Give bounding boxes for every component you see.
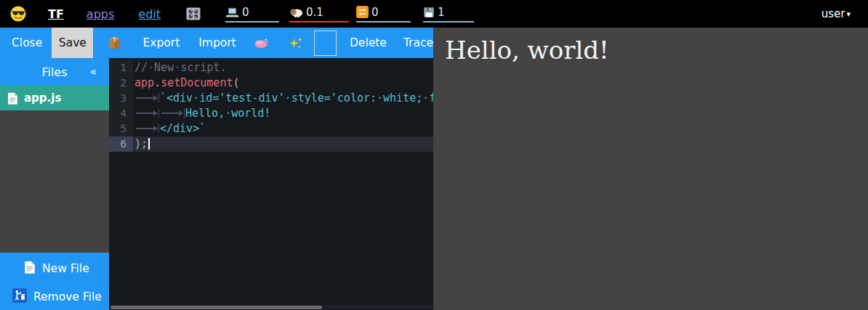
file-list-empty-area [0,110,109,253]
code-line-2[interactable]: 2app.setDocument( [109,76,433,91]
horizontal-scrollbar-thumb[interactable] [110,306,322,309]
code-segment: · [174,61,180,74]
code-segment: · [148,61,154,74]
code-segment: f [429,91,433,105]
tab-whitespace-marker [134,109,159,118]
meter-hamster-value: 0.1 [306,6,324,19]
code-segment: `<div [160,91,193,105]
meter-floppy-value: 1 [438,6,445,19]
tab-whitespace-marker [134,94,159,102]
remove-file-button[interactable]: Remove File [0,287,109,306]
code-segment: · [285,91,292,105]
new-file-label: New File [42,262,89,275]
laptop-icon [225,7,239,18]
user-menu-label: user [821,7,845,20]
new-file-button[interactable]: New File [0,259,109,278]
brand-link-tf[interactable]: TF [48,7,64,21]
app-window: TF apps edit 0 [0,0,868,310]
tab-whitespace-marker [160,109,185,118]
nav-link-apps[interactable]: apps [87,7,114,21]
code-line-4[interactable]: 4Hello,·world! [109,106,433,121]
blank-color-button[interactable] [314,30,337,56]
code-segment: id='test-div' [199,91,284,105]
topbar: TF apps edit 0 [0,0,868,28]
files-header: Files « [0,58,109,86]
document-icon [7,92,18,105]
code-editor[interactable]: 1//·New·script.2app.setDocument(3`<div·i… [109,58,433,310]
meter-laptop: 0 [225,6,279,23]
nav-link-edit[interactable]: edit [138,7,161,21]
import-button[interactable]: Import [198,36,236,49]
code-segment: // [134,61,148,74]
new-page-icon [24,261,36,277]
file-name: app.js [24,91,61,105]
code-segment: ); [134,137,148,150]
close-button[interactable]: Close [12,36,42,49]
code-segment: setDocument [161,76,233,89]
text-cursor [148,138,150,150]
preview-heading: Hello, world! [445,35,868,66]
delete-button[interactable]: Delete [350,36,387,49]
code-text: `<div·id='test-div'·style='color:·white;… [133,91,433,106]
code-segment: · [422,91,429,105]
code-segment: script. [180,61,226,74]
files-header-label: Files [41,65,67,79]
litter-bin-icon [12,288,27,306]
code-text: ); [133,136,433,152]
tab-whitespace-marker [134,124,159,133]
code-segment: world! [231,107,270,120]
hamster-icon [289,7,303,18]
export-button[interactable]: Export [142,36,180,49]
workspace: Files « app.j [0,58,433,310]
control-knobs-icon[interactable] [185,5,202,23]
package-icon[interactable] [107,36,122,51]
meter-repeat: 0 [356,6,411,23]
horizontal-scrollbar[interactable] [109,305,433,309]
code-text: app.setDocument( [133,76,433,91]
code-segment: Hello, [185,107,225,120]
file-item-appjs[interactable]: app.js [0,86,109,110]
line-number: 3 [109,91,133,106]
line-number: 6 [109,136,133,152]
meter-laptop-value: 0 [242,6,249,19]
line-number: 1 [109,60,133,76]
line-number: 4 [109,106,133,121]
toolbar: Close Save Export Import [0,28,433,58]
code-text: //·New·script. [133,60,433,76]
trace-button[interactable]: Trace [403,36,433,49]
sidebar-footer: New File [0,253,109,310]
chevron-down-icon: ▾ [846,9,851,19]
preview-pane: Hello, world! [433,28,868,310]
code-line-6[interactable]: 6); [109,136,433,152]
code-segment: style='color: [292,91,377,105]
user-menu[interactable]: user ▾ [821,7,851,20]
floppy-disk-icon [423,7,435,18]
code-segment: · [225,107,231,120]
meter-repeat-value: 0 [371,6,379,19]
files-sidebar: Files « app.j [0,58,109,310]
soap-icon[interactable] [254,38,269,49]
code-text: Hello,·world! [133,106,433,121]
code-segment: New [154,61,174,74]
main-split: Close Save Export Import [0,28,868,310]
meter-hamster: 0.1 [289,6,349,23]
code-segment: · [193,91,199,105]
code-line-5[interactable]: 5</div>` [109,121,433,136]
code-text: </div>` [133,121,433,136]
code-segment: </div>` [160,122,206,135]
line-number: 2 [109,76,133,91]
status-meters: 0 0.1 [225,6,474,23]
code-line-1[interactable]: 1//·New·script. [109,60,433,76]
code-line-3[interactable]: 3`<div·id='test-div'·style='color:·white… [109,91,433,106]
code-lines: 1//·New·script.2app.setDocument(3`<div·i… [109,60,433,152]
collapse-sidebar-button[interactable]: « [90,65,97,78]
code-segment: · [377,91,383,105]
code-segment: ( [233,76,239,89]
code-segment: white; [383,91,422,105]
sunglasses-face-icon[interactable] [9,5,27,23]
save-button[interactable]: Save [52,28,93,58]
line-number: 5 [109,121,133,136]
sparkles-icon[interactable] [289,36,303,50]
editor-pane: Close Save Export Import [0,28,433,310]
remove-file-label: Remove File [33,290,102,303]
